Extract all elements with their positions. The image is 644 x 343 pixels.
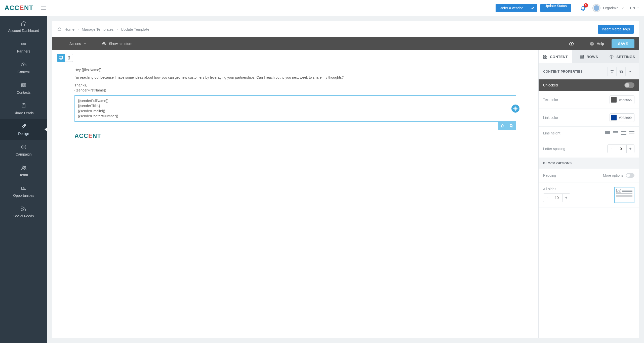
svg-rect-16 [543, 55, 545, 56]
update-status-button[interactable]: Update Status [540, 4, 571, 12]
megaphone-icon [20, 144, 27, 150]
svg-rect-19 [545, 57, 547, 59]
svg-rect-20 [580, 55, 584, 56]
tab-content[interactable]: CONTENT [539, 50, 572, 63]
stepper-plus[interactable]: + [627, 145, 634, 153]
actions-label: Actions [69, 42, 81, 46]
handshake-icon [20, 41, 27, 47]
language-selector[interactable]: EN [630, 6, 639, 10]
sidebar: Account Dashboard Partners Content Conta… [0, 16, 47, 343]
svg-text:?: ? [591, 42, 593, 45]
text-color-picker[interactable]: #555555 [610, 95, 634, 104]
selected-text-block[interactable]: {{senderFullName}} {{senderTitle}} {{sen… [74, 95, 516, 122]
cloud-sync-button[interactable] [569, 41, 574, 46]
sidebar-item-partners[interactable]: Partners [0, 37, 47, 57]
breadcrumb-bar: Home › Manage Templates › Update Templat… [52, 21, 639, 37]
line-height-option-normal[interactable] [613, 131, 618, 135]
all-sides-row: All sides - 10 + [539, 182, 639, 208]
svg-rect-15 [510, 125, 512, 127]
collapse-content-button[interactable] [625, 67, 634, 76]
move-handle-icon[interactable] [511, 105, 519, 113]
copy-icon [619, 69, 623, 73]
block-actions [498, 122, 516, 130]
breadcrumb-home[interactable]: Home [64, 27, 74, 31]
id-card-icon [20, 82, 27, 88]
duplicate-block-button[interactable] [507, 122, 516, 130]
svg-point-7 [23, 188, 24, 189]
text-color-row: Text color #555555 [539, 91, 639, 109]
sidebar-item-label: Content [17, 70, 30, 74]
user-menu[interactable]: Orgadmin [592, 4, 624, 12]
padding-preview [614, 187, 634, 203]
insert-merge-tags-button[interactable]: Insert Merge Tags [598, 25, 634, 34]
stepper-plus[interactable]: + [562, 194, 570, 202]
email-body[interactable]: Hey {{firstName}} , I'm reaching out bec… [57, 63, 534, 142]
svg-rect-25 [620, 70, 622, 72]
more-options-toggle[interactable] [626, 173, 634, 178]
prop-label: Line height [543, 131, 560, 135]
svg-point-9 [104, 43, 105, 44]
sidebar-item-contacts[interactable]: Contacts [0, 78, 47, 99]
sidebar-item-opportunities[interactable]: Opportunities [0, 181, 47, 202]
prop-label: All sides [543, 187, 570, 191]
help-button[interactable]: ? Help [590, 41, 604, 46]
hamburger-icon[interactable] [41, 6, 46, 10]
svg-rect-12 [59, 56, 63, 59]
gear-icon [609, 55, 614, 59]
logo: ACCENT [5, 4, 33, 12]
all-sides-stepper: - 10 + [543, 193, 570, 202]
svg-point-4 [22, 166, 24, 167]
chevron-down-icon [636, 7, 639, 10]
notifications-button[interactable]: 5 [580, 5, 586, 11]
line-height-option-looser[interactable] [629, 131, 634, 135]
padding-row: Padding More options [539, 169, 639, 182]
link-color-picker[interactable]: #033e99 [610, 113, 634, 122]
save-button[interactable]: SAVE [612, 39, 634, 48]
sidebar-item-account-dashboard[interactable]: Account Dashboard [0, 16, 47, 37]
duplicate-content-button[interactable] [616, 67, 625, 76]
svg-rect-18 [543, 57, 545, 59]
sidebar-item-label: Social Feeds [14, 214, 34, 218]
stepper-value: 0 [615, 145, 627, 153]
sidebar-item-team[interactable]: Team [0, 160, 47, 181]
mobile-view-button[interactable] [65, 54, 73, 62]
home-icon [20, 20, 27, 27]
email-greeting: Hey {{firstName}} , [74, 67, 516, 72]
tab-settings[interactable]: SETTINGS [606, 50, 639, 63]
svg-point-8 [22, 210, 22, 211]
link-color-row: Link color #033e99 [539, 109, 639, 127]
block-options-header: BLOCK OPTIONS [539, 158, 639, 169]
tab-label: CONTENT [550, 55, 568, 59]
show-structure-toggle[interactable]: Show structure [102, 41, 132, 46]
email-canvas: Hey {{firstName}} , I'm reaching out bec… [52, 50, 538, 338]
sidebar-item-label: Account Dashboard [8, 29, 39, 33]
sidebar-item-social-feeds[interactable]: Social Feeds [0, 202, 47, 222]
delete-content-button[interactable] [607, 67, 616, 76]
sidebar-item-label: Team [19, 173, 28, 177]
delete-block-button[interactable] [498, 122, 507, 130]
stepper-minus[interactable]: - [608, 145, 615, 153]
sidebar-item-content[interactable]: Content [0, 57, 47, 78]
money-icon [20, 185, 27, 191]
breadcrumb-manage-templates[interactable]: Manage Templates [82, 27, 113, 31]
line-height-option-loose[interactable] [621, 131, 626, 135]
avatar-icon [592, 4, 600, 12]
sidebar-item-campaign[interactable]: Campaign [0, 140, 47, 160]
sidebar-item-label: Partners [17, 49, 30, 53]
stepper-minus[interactable]: - [543, 194, 551, 202]
sidebar-item-share-leads[interactable]: Share Leads [0, 99, 47, 119]
sidebar-item-design[interactable]: Design [0, 119, 47, 140]
editor-toolbar: Actions Show structure ? Help SAVE [52, 37, 639, 50]
tab-rows[interactable]: ROWS [572, 50, 606, 63]
header: ACCENT Refer a vendor Update Status 5 Or… [0, 0, 644, 16]
color-swatch-icon [611, 97, 617, 103]
color-value: #033e99 [619, 116, 632, 120]
refer-vendor-button[interactable]: Refer a vendor [496, 4, 527, 12]
lock-toggle[interactable] [624, 82, 634, 88]
svg-rect-24 [620, 71, 622, 73]
actions-dropdown[interactable]: Actions [69, 42, 87, 46]
sidebar-item-label: Campaign [16, 152, 32, 156]
refer-vendor-chart-button[interactable] [527, 4, 537, 12]
line-height-option-tight[interactable] [605, 131, 610, 135]
desktop-view-button[interactable] [57, 54, 65, 62]
